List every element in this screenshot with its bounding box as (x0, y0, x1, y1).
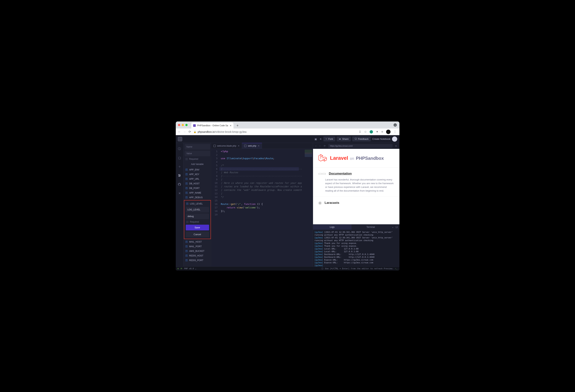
preview-frame[interactable]: Laravel on PHPSandbox ▭▭ Documentation L… (313, 149, 399, 224)
window-minimize[interactable] (182, 124, 184, 126)
tab-close-icon[interactable]: ✕ (238, 145, 240, 147)
window-maximize[interactable] (185, 124, 188, 126)
console-split-icon[interactable]: ❏ (396, 226, 398, 228)
fork-label: Fork (328, 138, 333, 140)
env-var-name: REDIS_PORT (189, 259, 203, 262)
tab-close-icon[interactable]: ✕ (230, 124, 232, 127)
browser-menu-icon[interactable]: ⋮ (393, 130, 396, 134)
tab-logs[interactable]: Logs (313, 225, 352, 230)
theme-toggle-icon[interactable]: ☀ (319, 138, 322, 140)
console-output[interactable]: [gy3ea] [2021-07-01 12:36:34],366 CRIT S… (313, 230, 399, 266)
checkbox-icon[interactable] (186, 221, 189, 223)
preview-open-external-icon[interactable]: ⧉ (394, 145, 398, 147)
fork-button[interactable]: ⑂ Fork (323, 137, 335, 141)
rail-extensions-icon[interactable]: ✧ (178, 165, 181, 168)
preview-forward-icon[interactable]: › (319, 145, 321, 147)
nav-back-icon[interactable]: ← (178, 130, 181, 134)
browser-tab[interactable]: PHPSandbox - Online Code Sa ✕ (191, 123, 234, 129)
editor-area[interactable]: 12345678910111213141516171819 <?php use … (211, 149, 313, 266)
php-version[interactable]: PHP v8.0 ⌄ (184, 267, 196, 270)
save-button[interactable]: Save (186, 225, 209, 231)
env-item[interactable]: ⚿AWS_BUCKET (184, 249, 211, 253)
env-required-row[interactable]: Required (184, 156, 211, 162)
new-tab-button[interactable]: + (237, 124, 239, 129)
download-icon[interactable]: ⇩ (359, 130, 361, 134)
env-item[interactable]: ⚿MAIL_PORT (184, 244, 211, 249)
env-name-input[interactable] (185, 144, 210, 150)
toolbar-right: ⇩ ☆ G ✦ ≡ ⋮ (359, 130, 397, 134)
key-icon: ⚿ (185, 259, 188, 262)
user-avatar[interactable] (392, 137, 397, 142)
key-icon: ⚿ (185, 168, 188, 171)
env-item[interactable]: ⚿REDIS_PORT (184, 258, 211, 263)
env-panel: Required Add Variable ⚿APP_ENV⚿APP_KEY⚿A… (184, 143, 211, 266)
env-item[interactable]: ⚿ LOG_LEVEL (185, 202, 210, 206)
env-item[interactable]: ⚿DB_HOST (184, 181, 211, 186)
preview-url[interactable]: https://gy3ea.ciroue.com/ (328, 144, 393, 148)
create-notebook-link[interactable]: Create Notebook (372, 138, 390, 140)
key-icon: ⚿ (185, 254, 188, 257)
nav-forward-icon[interactable]: → (183, 130, 186, 134)
extensions-icon[interactable]: ✦ (376, 130, 378, 134)
status-caret-icon[interactable]: ›_ (395, 267, 397, 270)
bookmark-icon[interactable]: ☆ (364, 130, 367, 134)
share-button[interactable]: ➦ Share (337, 137, 351, 141)
checkbox-icon[interactable] (185, 158, 188, 160)
app: ▣ ☀ ⑂ Fork ➦ Share 🗨 Feedback Create Not… (176, 135, 399, 271)
editor-tab[interactable]: web.php✕ (242, 143, 262, 149)
env-value-input[interactable] (185, 151, 210, 156)
rail-tools-icon[interactable]: ✕ (178, 191, 181, 195)
rail-github-icon[interactable] (178, 183, 181, 186)
env-edit-value-input[interactable] (186, 214, 209, 219)
env-item[interactable]: ⚿APP_KEY (184, 172, 211, 177)
editor-tab[interactable]: welcome.blade.php✕ (211, 143, 242, 149)
key-icon: ⚿ (185, 173, 188, 176)
browser-tab-bar: PHPSandbox - Online Code Sa ✕ + ⌄ (176, 121, 399, 129)
tab-close-icon[interactable]: ✕ (258, 145, 260, 147)
extension-grammarly-icon[interactable]: G (370, 130, 373, 134)
fork-icon: ⑂ (326, 138, 327, 140)
window-close[interactable] (178, 124, 180, 126)
env-item[interactable]: ⚿REDIS_HOST (184, 253, 211, 258)
tab-terminal[interactable]: Terminal (352, 225, 390, 230)
env-item[interactable]: ⚿DB_PORT (184, 186, 211, 190)
env-var-name: DB_HOST (189, 182, 200, 185)
env-var-name: APP_URL (189, 178, 199, 180)
env-item[interactable]: ⚿APP_URL (184, 177, 211, 181)
env-edit-required-row[interactable]: Required (185, 220, 210, 224)
cancel-button[interactable]: Cancel (186, 231, 209, 237)
tab-label: welcome.blade.php (217, 145, 236, 147)
hero-on: on (350, 157, 354, 161)
rail-env-icon[interactable] (178, 174, 181, 177)
code-content[interactable]: <?php use Illuminate\Support\Facades\Rou… (219, 149, 302, 266)
key-icon: ⚿ (185, 250, 188, 253)
editor-tabs: welcome.blade.php✕web.php✕ (211, 143, 313, 149)
tab-overflow-icon[interactable]: ⌄ (393, 123, 397, 127)
url-field[interactable]: 🔒 phpsandbox.io/n/divine-brook-kmqx-gy3e… (193, 130, 357, 133)
nav-reload-icon[interactable]: ⟳ (188, 130, 191, 134)
env-var-name: REDIS_HOST (189, 254, 204, 257)
header-tools: ▣ ☀ (314, 138, 322, 140)
console-chevron-icon[interactable]: ⌄ (392, 226, 394, 228)
doc-link[interactable]: Documentation (329, 172, 352, 176)
env-edit-name-input[interactable] (186, 207, 209, 212)
minimap[interactable] (302, 149, 313, 266)
add-variable-button[interactable]: Add Variable (184, 162, 211, 167)
feedback-button[interactable]: 🗨 Feedback (352, 137, 371, 141)
reading-list-icon[interactable]: ≡ (381, 130, 383, 134)
env-item[interactable]: ⚿APP_NAME (184, 190, 211, 195)
env-list: ⚿APP_ENV⚿APP_KEY⚿APP_URL⚿DB_HOST⚿DB_PORT… (184, 167, 211, 200)
env-item[interactable]: ⚿APP_DEBUG (184, 195, 211, 200)
profile-avatar[interactable] (386, 130, 390, 134)
rail-files-icon[interactable]: ▢ (178, 156, 181, 160)
env-item[interactable]: ⚿MAIL_HOST (184, 239, 211, 244)
tab-title: PHPSandbox - Online Code Sa (197, 124, 228, 127)
preview-reload-icon[interactable]: ⟳ (323, 145, 326, 147)
layout-toggle-icon[interactable] (178, 137, 182, 141)
status-ok-icon: ⊘ (178, 267, 179, 270)
required-label: Required (189, 158, 198, 160)
env-item[interactable]: ⚿APP_ENV (184, 167, 211, 172)
package-icon[interactable]: ▣ (314, 138, 317, 140)
rail-info-icon[interactable]: ⓘ (178, 147, 181, 151)
preview-back-icon[interactable]: ‹ (315, 145, 317, 147)
